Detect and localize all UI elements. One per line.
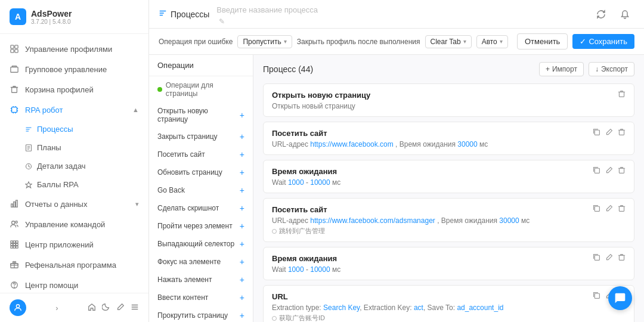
card-3-delete-icon[interactable] (618, 166, 626, 176)
sidebar-item-processes[interactable]: Процессы (25, 120, 148, 138)
card-3-copy-icon[interactable] (593, 166, 600, 176)
plus-icon: + (240, 203, 244, 213)
main-content: Процессы ✎ Операция при ошибке Пропустит… (149, 0, 644, 322)
sidebar-item-apps[interactable]: Центр приложений (0, 234, 148, 255)
bar-chart-icon (10, 199, 19, 209)
sidebar-item-tasks[interactable]: Детали задач (25, 157, 148, 175)
cancel-button[interactable]: Отменить (517, 33, 568, 49)
card-6-type[interactable]: Search Key (323, 304, 360, 312)
card-4-delete-icon[interactable] (618, 205, 626, 214)
sidebar-item-reports[interactable]: Отчеты о данных ▾ (0, 194, 148, 214)
card-4-wait: 30000 (499, 216, 519, 225)
menu-icon[interactable] (131, 303, 139, 313)
card-2-delete-icon[interactable] (618, 128, 626, 138)
ops-pass-element[interactable]: Пройти через элемент + (149, 217, 253, 235)
plus-icon: + (240, 150, 244, 159)
card-2-edit-icon[interactable] (605, 128, 613, 138)
sidebar-item-profiles[interactable]: Управление профилями (0, 39, 148, 59)
svg-rect-21 (11, 246, 13, 249)
ops-scroll-page[interactable]: Прокрутить страницу + (149, 306, 253, 322)
sidebar-item-help-label: Центр помощи (25, 281, 78, 290)
plus-import-icon: + (546, 65, 550, 73)
svg-rect-30 (619, 130, 624, 135)
sidebar-item-processes-label: Процессы (37, 125, 73, 134)
page-ops-dot (157, 87, 162, 92)
svg-rect-18 (11, 243, 13, 246)
auto-select[interactable]: Авто ▾ (476, 35, 508, 48)
card-4-edit-icon[interactable] (605, 205, 613, 214)
avatar[interactable] (10, 299, 26, 316)
save-check-icon: ✓ (580, 37, 586, 46)
sidebar-item-apps-label: Центр приложений (25, 240, 94, 249)
svg-rect-35 (595, 255, 599, 260)
ops-refresh-page[interactable]: Обновить страницу + (149, 163, 253, 181)
sidebar-item-referral[interactable]: Рефенальная программа (0, 255, 148, 275)
card-3-desc: Wait 1000 - 10000 мс (272, 178, 626, 187)
export-button[interactable]: ↓ Экспорт (589, 62, 634, 76)
import-button[interactable]: + Импорт (539, 62, 584, 76)
chat-bubble[interactable] (608, 286, 632, 310)
save-button[interactable]: ✓ Сохранить (572, 34, 634, 49)
card-2-link[interactable]: https://www.facebook.com (310, 140, 393, 148)
card-4-copy-icon[interactable] (593, 205, 600, 214)
process-card-3: Время ожидания Wait 1000 - (263, 160, 634, 193)
sidebar-item-group[interactable]: Групповое управление (0, 59, 148, 79)
process-name-input[interactable] (216, 3, 407, 17)
sidebar-item-team[interactable]: Управление командой (0, 214, 148, 234)
svg-rect-2 (11, 49, 14, 52)
card-6-save[interactable]: ad_account_id (457, 304, 503, 312)
svg-point-26 (14, 287, 15, 287)
sidebar-item-rpa-points[interactable]: Баллы RPA (25, 175, 148, 194)
sidebar-item-basket[interactable]: Корзина профилей (0, 79, 148, 100)
card-4-actions (593, 205, 626, 214)
skip-select[interactable]: Пропустить ▾ (237, 35, 292, 48)
process-list-actions: + Импорт ↓ Экспорт (539, 62, 634, 76)
card-4-desc: URL-адрес https://www.facebook.com/adsma… (272, 216, 626, 225)
ops-open-new-page[interactable]: Открыть новую страницу + (149, 103, 253, 128)
card-4-link[interactable]: https://www.facebook.com/adsmanager (310, 216, 435, 225)
rpa-submenu: Процессы Планы Детали задач Баллы RPA (0, 120, 148, 194)
svg-rect-17 (16, 241, 18, 243)
refresh-button[interactable] (592, 5, 611, 24)
ops-go-back[interactable]: Go Back + (149, 181, 253, 199)
svg-rect-0 (11, 45, 14, 48)
card-5-delete-icon[interactable] (618, 253, 626, 263)
ops-close-page[interactable]: Закрыть страницу + (149, 128, 253, 145)
svg-rect-15 (11, 241, 13, 243)
ops-focus-element[interactable]: Фокус на элементе + (149, 253, 253, 271)
home-icon[interactable] (88, 303, 96, 313)
plus-icon: + (240, 311, 244, 320)
ops-input-content[interactable]: Ввести контент + (149, 289, 253, 306)
sidebar-item-profiles-label: Управление профилями (25, 45, 112, 54)
card-5-copy-icon[interactable] (593, 253, 600, 263)
sidebar-item-rpa[interactable]: RPA робот ▲ (0, 100, 148, 120)
card-6-key[interactable]: act (414, 304, 423, 312)
card-6-copy-icon[interactable] (593, 292, 600, 301)
sidebar-item-plans[interactable]: Планы (25, 138, 148, 157)
bell-button[interactable] (615, 5, 634, 24)
expand-icon[interactable]: › (52, 302, 63, 313)
card-5-actions (593, 253, 626, 263)
ops-screenshot[interactable]: Сделать скришнот + (149, 199, 253, 217)
clear-tab-select[interactable]: Clear Tab ▾ (425, 35, 472, 48)
sidebar-nav: Управление профилями Групповое управлени… (0, 34, 148, 293)
process-card-4: Посетить сайт URL-адрес htt (263, 198, 634, 242)
gift-icon (10, 260, 19, 270)
edit-pencil-icon[interactable]: ✎ (219, 17, 225, 26)
edit-icon[interactable] (116, 303, 125, 313)
svg-point-13 (12, 221, 15, 224)
moon-icon[interactable] (102, 303, 110, 313)
card-3-edit-icon[interactable] (605, 166, 613, 176)
card-5-edit-icon[interactable] (605, 253, 613, 263)
card-1-delete-icon[interactable] (618, 90, 626, 100)
card-2-copy-icon[interactable] (593, 128, 600, 138)
process-list-header: Процесс (44) + Импорт ↓ Экспорт (263, 62, 634, 76)
sidebar-footer: › (0, 293, 148, 322)
ops-click-element[interactable]: Нажать элемент + (149, 271, 253, 289)
svg-rect-3 (15, 49, 18, 52)
sidebar-item-help[interactable]: Центр помощи (0, 275, 148, 293)
ops-dropdown[interactable]: Выпадающий селектор + (149, 235, 253, 253)
ops-visit-site[interactable]: Посетить сайт + (149, 145, 253, 163)
card-1-desc: Открыть новый страницу (272, 102, 626, 110)
sidebar: A AdsPower 3.7.20 | 5.4.8.0 Управление п… (0, 0, 149, 322)
